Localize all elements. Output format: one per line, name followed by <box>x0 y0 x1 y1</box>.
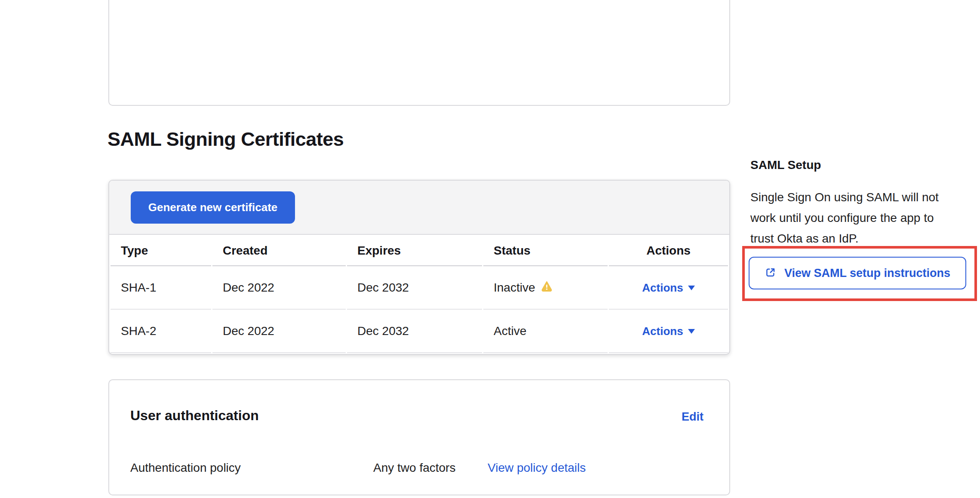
page-title: SAML Signing Certificates <box>108 128 344 151</box>
user-authentication-card: User authentication Edit Authentication … <box>108 379 730 495</box>
cert-actions-cell: Actions <box>609 310 728 353</box>
table-row: SHA-2 Dec 2022 Dec 2032 Active Actions <box>111 310 728 353</box>
cert-type: SHA-2 <box>111 310 211 353</box>
chevron-down-icon <box>688 286 695 290</box>
view-saml-setup-instructions-button[interactable]: View SAML setup instructions <box>749 257 966 289</box>
chevron-down-icon <box>688 329 695 334</box>
table-header-row: Type Created Expires Status Actions <box>111 236 728 266</box>
column-header-created: Created <box>212 236 346 266</box>
cert-type: SHA-1 <box>111 266 211 310</box>
certificates-table: Type Created Expires Status Actions SHA-… <box>109 236 729 353</box>
column-header-actions: Actions <box>609 236 728 266</box>
status-text: Active <box>494 324 526 338</box>
column-header-expires: Expires <box>347 236 482 266</box>
saml-certificates-card: Generate new certificate Type Created Ex… <box>108 180 730 355</box>
actions-dropdown[interactable]: Actions <box>642 325 694 338</box>
user-authentication-title: User authentication <box>130 408 259 424</box>
actions-dropdown[interactable]: Actions <box>642 281 694 295</box>
external-link-icon <box>765 267 776 280</box>
cert-status: Active <box>483 310 608 353</box>
cert-expires: Dec 2032 <box>347 266 482 310</box>
column-header-type: Type <box>111 236 211 266</box>
cert-actions-cell: Actions <box>609 266 728 310</box>
table-row: SHA-1 Dec 2022 Dec 2032 Inactive <box>111 266 728 310</box>
warning-icon <box>541 281 553 295</box>
app-settings-card: Update application username on Create an… <box>108 0 730 106</box>
cert-created: Dec 2022 <box>212 266 346 310</box>
cert-status: Inactive <box>483 266 608 310</box>
status-text: Inactive <box>494 281 535 295</box>
edit-link[interactable]: Edit <box>682 410 704 424</box>
saml-setup-description: Single Sign On using SAML will not work … <box>750 187 939 249</box>
saml-setup-title: SAML Setup <box>750 158 821 172</box>
authentication-policy-value: Any two factors <box>373 460 455 476</box>
generate-certificate-button[interactable]: Generate new certificate <box>131 191 295 224</box>
view-policy-details-link[interactable]: View policy details <box>488 460 586 476</box>
certificates-toolbar: Generate new certificate <box>109 181 729 235</box>
column-header-status: Status <box>483 236 608 266</box>
view-saml-setup-instructions-label: View SAML setup instructions <box>784 267 950 280</box>
authentication-policy-label: Authentication policy <box>130 460 241 476</box>
cert-created: Dec 2022 <box>212 310 346 353</box>
page: Update application username on Create an… <box>0 0 980 498</box>
cert-expires: Dec 2032 <box>347 310 482 353</box>
